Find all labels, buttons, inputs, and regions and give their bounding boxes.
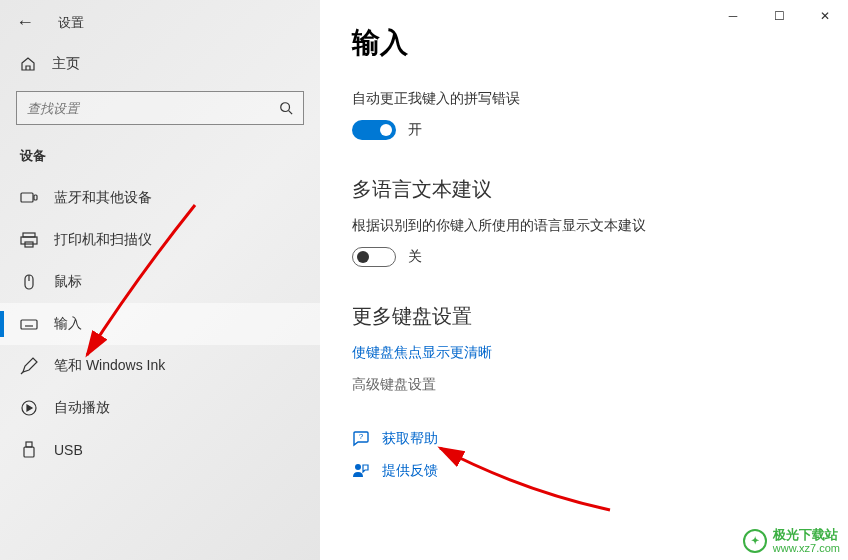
nav-pen[interactable]: 笔和 Windows Ink bbox=[0, 345, 320, 387]
link-help-label: 获取帮助 bbox=[382, 430, 438, 448]
multilang-desc: 根据识别到的你键入所使用的语言显示文本建议 bbox=[352, 217, 816, 235]
autocorrect-toggle[interactable] bbox=[352, 120, 396, 140]
nav-list: 蓝牙和其他设备 打印机和扫描仪 鼠标 输入 笔和 Windows Ink 自动播… bbox=[0, 177, 320, 471]
link-help[interactable]: ? 获取帮助 bbox=[352, 430, 816, 448]
nav-label: 自动播放 bbox=[54, 399, 110, 417]
nav-label: 打印机和扫描仪 bbox=[54, 231, 152, 249]
nav-label: 输入 bbox=[54, 315, 82, 333]
svg-rect-1 bbox=[21, 193, 33, 202]
close-button[interactable]: ✕ bbox=[802, 0, 848, 32]
printer-icon bbox=[20, 231, 38, 249]
back-button[interactable]: ← bbox=[16, 12, 34, 33]
window-title: 设置 bbox=[58, 14, 84, 32]
multilang-state: 关 bbox=[408, 248, 422, 266]
nav-label: 笔和 Windows Ink bbox=[54, 357, 165, 375]
window-controls: ─ ☐ ✕ bbox=[710, 0, 848, 32]
autoplay-icon bbox=[20, 399, 38, 417]
link-advanced-label: 高级键盘设置 bbox=[352, 376, 436, 394]
home-button[interactable]: 主页 bbox=[0, 45, 320, 83]
maximize-button[interactable]: ☐ bbox=[756, 0, 802, 32]
help-icon: ? bbox=[352, 430, 370, 448]
watermark-cn: 极光下载站 bbox=[773, 528, 840, 542]
svg-rect-4 bbox=[21, 237, 37, 244]
link-feedback-label: 提供反馈 bbox=[382, 462, 438, 480]
svg-rect-15 bbox=[26, 442, 32, 447]
nav-usb[interactable]: USB bbox=[0, 429, 320, 471]
pen-icon bbox=[20, 357, 38, 375]
search-icon bbox=[279, 101, 293, 115]
nav-typing[interactable]: 输入 bbox=[0, 303, 320, 345]
category-label: 设备 bbox=[0, 137, 320, 177]
autocorrect-label: 自动更正我键入的拼写错误 bbox=[352, 90, 816, 108]
content-area: 输入 自动更正我键入的拼写错误 开 多语言文本建议 根据识别到的你键入所使用的语… bbox=[320, 0, 848, 560]
nav-mouse[interactable]: 鼠标 bbox=[0, 261, 320, 303]
link-feedback[interactable]: 提供反馈 bbox=[352, 462, 816, 480]
keyboard-icon bbox=[20, 315, 38, 333]
multilang-toggle[interactable] bbox=[352, 247, 396, 267]
minimize-button[interactable]: ─ bbox=[710, 0, 756, 32]
link-focus-label: 使键盘焦点显示更清晰 bbox=[352, 344, 492, 362]
usb-icon bbox=[20, 441, 38, 459]
home-label: 主页 bbox=[52, 55, 80, 73]
autocorrect-state: 开 bbox=[408, 121, 422, 139]
nav-label: USB bbox=[54, 442, 83, 458]
mouse-icon bbox=[20, 273, 38, 291]
multilang-title: 多语言文本建议 bbox=[352, 176, 816, 203]
watermark-url: www.xz7.com bbox=[773, 542, 840, 554]
svg-point-0 bbox=[281, 103, 290, 112]
feedback-icon bbox=[352, 462, 370, 480]
search-input[interactable] bbox=[27, 101, 279, 116]
watermark-logo: ✦ bbox=[743, 529, 767, 553]
link-focus[interactable]: 使键盘焦点显示更清晰 bbox=[352, 344, 816, 362]
home-icon bbox=[20, 56, 36, 72]
svg-rect-16 bbox=[24, 447, 34, 457]
search-box[interactable] bbox=[16, 91, 304, 125]
nav-autoplay[interactable]: 自动播放 bbox=[0, 387, 320, 429]
watermark: ✦ 极光下载站 www.xz7.com bbox=[743, 528, 840, 554]
svg-rect-3 bbox=[23, 233, 35, 237]
svg-text:?: ? bbox=[359, 432, 364, 441]
nav-printers[interactable]: 打印机和扫描仪 bbox=[0, 219, 320, 261]
bluetooth-icon bbox=[20, 189, 38, 207]
nav-label: 蓝牙和其他设备 bbox=[54, 189, 152, 207]
svg-point-18 bbox=[355, 464, 361, 470]
link-advanced[interactable]: 高级键盘设置 bbox=[352, 376, 816, 394]
svg-rect-2 bbox=[34, 195, 37, 200]
keyboard-title: 更多键盘设置 bbox=[352, 303, 816, 330]
nav-bluetooth[interactable]: 蓝牙和其他设备 bbox=[0, 177, 320, 219]
nav-label: 鼠标 bbox=[54, 273, 82, 291]
svg-rect-8 bbox=[21, 320, 37, 329]
